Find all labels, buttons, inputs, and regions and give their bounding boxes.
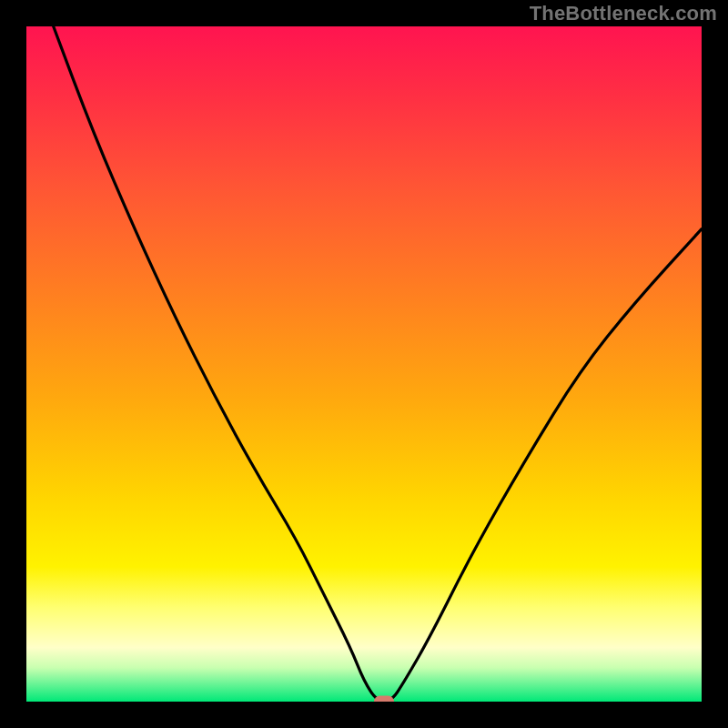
optimal-marker bbox=[374, 696, 394, 703]
curve-layer bbox=[26, 26, 702, 702]
plot-area bbox=[26, 26, 702, 702]
bottleneck-curve bbox=[54, 26, 702, 702]
chart-frame: TheBottleneck.com bbox=[0, 0, 728, 728]
watermark-text: TheBottleneck.com bbox=[530, 2, 717, 25]
